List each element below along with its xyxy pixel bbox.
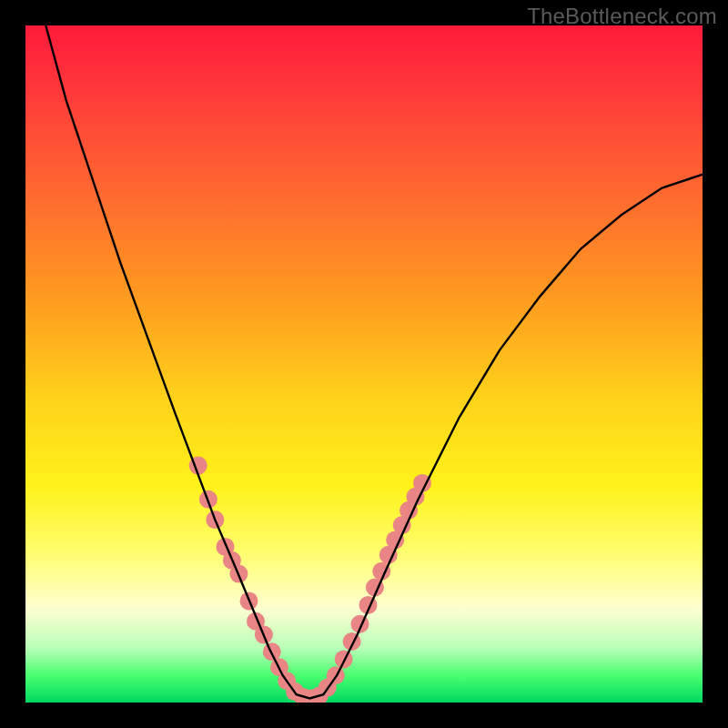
highlight-dot xyxy=(335,650,353,668)
chart-svg xyxy=(25,25,703,703)
bottleneck-curve xyxy=(46,25,703,699)
marker-layer xyxy=(189,457,431,703)
chart-frame: TheBottleneck.com xyxy=(0,0,728,728)
plot-area xyxy=(25,25,703,703)
watermark-text: TheBottleneck.com xyxy=(527,4,717,29)
